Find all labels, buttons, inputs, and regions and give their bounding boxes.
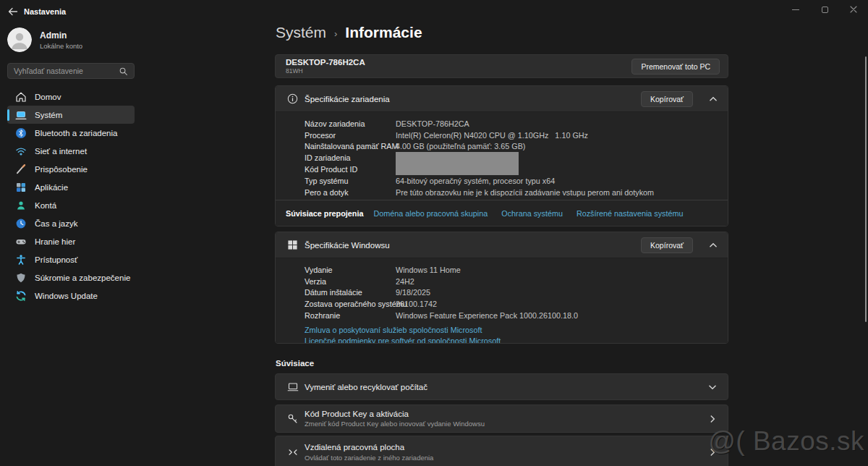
device-specs-expander: Špecifikácie zariadenia Kopírovať Názov … [275,85,728,226]
sidebar-item-label: Prispôsobenie [35,165,88,174]
breadcrumb-parent[interactable]: Systém [276,24,326,41]
close-icon [850,6,857,13]
copy-windows-specs-button[interactable]: Kopírovať [641,237,693,253]
app-title: Nastavenia [24,7,66,16]
link-domain-workgroup[interactable]: Doména alebo pracovná skupina [373,209,488,218]
spec-row-ram: Nainštalovaná pamäť RAM 4.00 GB (použite… [305,141,728,153]
key-icon [287,413,299,425]
chevron-up-icon[interactable] [708,240,718,250]
spec-row-install-date: Dátum inštalácie 9/18/2025 [305,287,728,299]
sidebar-item-domov[interactable]: Domov [7,88,135,106]
sidebar-item-accessibility[interactable]: Prístupnosť [7,250,135,268]
gaming-icon [15,236,27,247]
sidebar-item-label: Kontá [35,201,56,210]
accessibility-icon [15,254,27,266]
windows-logo-icon [287,240,298,250]
sidebar-item-apps[interactable]: Aplikácie [7,178,135,196]
accounts-icon [15,200,27,211]
spec-row-version: Verzia 24H2 [305,276,728,287]
card-subtitle: Ovládať toto zariadenie z iného zariaden… [305,454,433,462]
minimize-icon [792,9,799,10]
spec-row-device-id: ID zariadenia [305,152,728,164]
related-links-row: Súvisiace prepojenia Doména alebo pracov… [276,200,728,226]
avatar [7,27,32,52]
chevron-up-icon[interactable] [708,94,718,104]
device-model: 81WH [286,67,365,75]
spec-row-device-name: Názov zariadenia DESKTOP-786H2CA [305,118,728,130]
chevron-right-icon[interactable] [707,414,718,424]
card-recycle-pc[interactable]: Vymeniť alebo recyklovať počítač [275,373,728,400]
user-name: Admin [40,30,82,41]
breadcrumb-separator: › [334,28,337,39]
card-subtitle: Zmeniť kód Product Key alebo inovovať vy… [305,420,485,428]
card-title: Kód Product Key a aktivácia [305,410,485,418]
sidebar-item-label: Bluetooth a zariadenia [35,129,117,137]
sidebar-item-windows-update[interactable]: Windows Update [7,287,135,305]
rename-pc-button[interactable]: Premenovať toto PC [631,59,720,75]
windows-specs-expander: Špecifikácie Windowsu Kopírovať Vydanie … [275,232,728,344]
maximize-button[interactable] [810,0,839,19]
card-remote-desktop[interactable]: Vzdialená pracovná plocha Ovládať toto z… [275,436,728,466]
sidebar-item-label: Domov [35,93,61,101]
spec-row-pen-touch: Pero a dotyk Pre túto obrazovku nie je k… [305,187,728,198]
back-button[interactable] [7,6,19,17]
windows-specs-title: Špecifikácie Windowsu [305,241,390,250]
privacy-icon [15,272,27,284]
settings-search-box[interactable] [7,63,135,79]
system-icon [15,109,27,121]
device-name-card: DESKTOP-786H2CA 81WH Premenovať toto PC [275,54,728,78]
sidebar-item-system[interactable]: Systém [7,106,135,124]
link-microsoft-services-agreement[interactable]: Zmluva o poskytovaní služieb spoločnosti… [305,325,728,336]
minimize-button[interactable] [781,0,810,19]
sidebar-item-label: Systém [35,111,62,119]
copy-device-specs-button[interactable]: Kopírovať [641,91,693,107]
page-title: Informácie [345,24,422,41]
related-links-label: Súvisiace prepojenia [286,209,363,218]
sidebar-item-label: Aplikácie [35,183,68,192]
user-profile[interactable]: Admin Lokálne konto [7,27,82,52]
apps-icon [15,182,27,193]
home-icon [15,91,27,103]
spec-row-experience: Rozhranie Windows Feature Experience Pac… [305,310,728,321]
sidebar-item-bluetooth[interactable]: Bluetooth a zariadenia [7,124,135,142]
link-system-protection[interactable]: Ochrana systému [501,209,563,218]
sidebar-item-label: Čas a jazyk [35,219,77,228]
device-specs-body: Názov zariadenia DESKTOP-786H2CA Proceso… [276,112,728,226]
chevron-down-icon[interactable] [707,382,718,392]
sidebar-item-label: Prístupnosť [35,255,77,264]
info-icon [287,93,298,104]
laptop-icon [287,381,299,393]
windows-specs-header[interactable]: Špecifikácie Windowsu Kopírovať [276,232,728,258]
time-language-icon [15,218,27,229]
sidebar-item-label: Windows Update [35,292,98,300]
spec-row-product-id: Kód Product ID [305,164,728,175]
back-arrow-icon [7,6,19,17]
sidebar-item-network[interactable]: Sieť a internet [7,142,135,160]
related-section-title: Súvisiace [276,359,314,368]
sidebar-nav: Domov Systém Bluetooth a zariadenia Sieť… [7,88,135,305]
sidebar-item-gaming[interactable]: Hranie hier [7,232,135,250]
sidebar-item-privacy[interactable]: Súkromie a zabezpečenie [7,268,135,287]
sidebar-item-personalization[interactable]: Prispôsobenie [7,160,135,178]
watermark: @( Bazos.sk [708,426,864,457]
spec-row-processor: Procesor Intel(R) Celeron(R) N4020 CPU @… [305,130,728,141]
bluetooth-icon [15,127,27,139]
sidebar-item-label: Hranie hier [35,237,75,246]
search-icon [119,67,128,76]
card-product-key-activation[interactable]: Kód Product Key a aktivácia Zmeniť kód P… [275,404,728,433]
device-name: DESKTOP-786H2CA [286,58,365,67]
sidebar-item-accounts[interactable]: Kontá [7,196,135,214]
sidebar-item-label: Sieť a internet [35,147,87,156]
card-title: Vymeniť alebo recyklovať počítač [305,383,427,391]
device-specs-header[interactable]: Špecifikácie zariadenia Kopírovať [276,86,728,112]
search-input[interactable] [14,67,119,75]
link-advanced-system-settings[interactable]: Rozšírené nastavenia systému [576,209,684,218]
vertical-scrollbar[interactable] [865,56,867,322]
maximize-icon [822,7,828,13]
link-microsoft-software-license[interactable]: Licenčné podmienky pre softvér od spoloč… [305,336,728,344]
close-button[interactable] [839,0,868,19]
sidebar-item-time-language[interactable]: Čas a jazyk [7,214,135,232]
personalization-icon [15,164,27,175]
network-icon [15,145,27,157]
breadcrumb: Systém › Informácie [276,24,422,41]
